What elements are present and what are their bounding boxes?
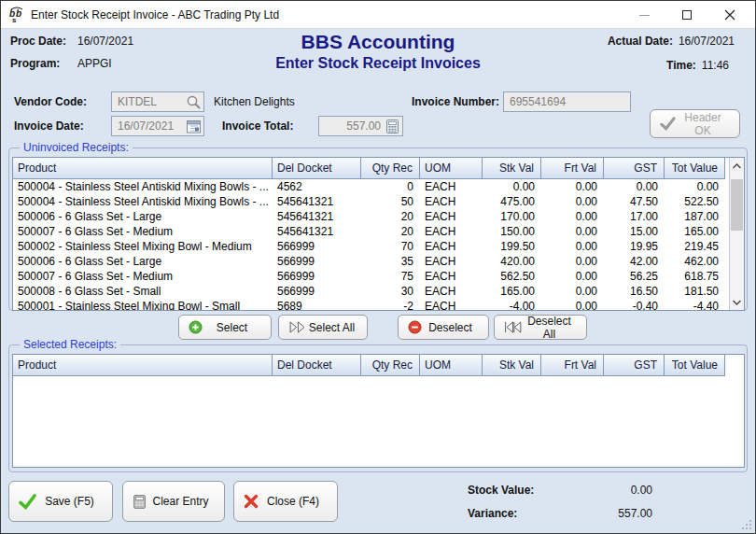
column-header-frt_val[interactable]: Frt Val bbox=[541, 158, 604, 179]
table-row[interactable]: 500007 - 6 Glass Set - Medium56699975EAC… bbox=[13, 269, 729, 284]
save-check-icon bbox=[19, 494, 36, 510]
cell-qty_rec: 75 bbox=[361, 269, 420, 284]
calendar-icon[interactable] bbox=[186, 119, 202, 134]
close-button[interactable]: Close (F4) bbox=[233, 481, 338, 522]
select-button[interactable]: Select bbox=[178, 315, 272, 340]
window-title: Enter Stock Receipt Invoice - ABC Tradin… bbox=[31, 8, 279, 21]
cell-del_docket: 566999 bbox=[273, 254, 361, 269]
header-ok-button[interactable]: Header OK bbox=[650, 109, 740, 138]
scroll-down-arrow-icon[interactable] bbox=[730, 294, 744, 310]
scroll-up-arrow-icon[interactable] bbox=[730, 158, 744, 174]
close-icon bbox=[724, 9, 735, 21]
table-row[interactable]: 500008 - 6 Glass Set - Small56699930EACH… bbox=[13, 284, 729, 299]
vendor-search-icon[interactable] bbox=[186, 94, 202, 110]
cell-product: 500002 - Stainless Steel Mixing Bowl - M… bbox=[13, 239, 273, 254]
selected-title: Selected Receipts: bbox=[20, 338, 120, 351]
save-button[interactable]: Save (F5) bbox=[8, 481, 113, 522]
title-bar[interactable]: b b s Enter Stock Receipt Invoice - ABC … bbox=[1, 1, 755, 29]
cell-product: 500008 - 6 Glass Set - Small bbox=[13, 284, 273, 299]
column-header-frt_val[interactable]: Frt Val bbox=[541, 355, 604, 376]
clear-entry-label: Clear Entry bbox=[147, 495, 224, 508]
cell-frt_val: 0.00 bbox=[541, 284, 604, 299]
cell-stk_val: 562.50 bbox=[483, 269, 541, 284]
cell-del_docket: 545641321 bbox=[273, 224, 361, 239]
header-ok-check-icon bbox=[660, 117, 676, 131]
column-header-qty_rec[interactable]: Qty Rec bbox=[361, 158, 420, 179]
cell-uom: EACH bbox=[420, 209, 483, 224]
scrollbar-thumb[interactable] bbox=[731, 179, 743, 231]
calculator-icon[interactable] bbox=[385, 119, 400, 134]
cell-gst: 16.50 bbox=[604, 284, 665, 299]
deselect-all-button[interactable]: Deselect All bbox=[494, 315, 587, 340]
cell-product: 500004 - Stainless Steel Antiskid Mixing… bbox=[13, 179, 273, 194]
minus-circle-icon bbox=[408, 320, 422, 334]
column-header-gst[interactable]: GST bbox=[604, 158, 665, 179]
table-row[interactable]: 500004 - Stainless Steel Antiskid Mixing… bbox=[13, 179, 729, 194]
maximize-button[interactable] bbox=[665, 1, 708, 29]
table-row[interactable]: 500004 - Stainless Steel Antiskid Mixing… bbox=[13, 194, 729, 209]
cell-uom: EACH bbox=[420, 179, 483, 194]
cell-del_docket: 566999 bbox=[273, 269, 361, 284]
invoice-total-value: 557.00 bbox=[319, 119, 385, 133]
table-row[interactable]: 500007 - 6 Glass Set - Medium54564132120… bbox=[13, 224, 729, 239]
resize-grip[interactable] bbox=[741, 519, 752, 530]
cell-qty_rec: 20 bbox=[361, 209, 420, 224]
column-header-product[interactable]: Product bbox=[13, 355, 273, 376]
cell-stk_val: 475.00 bbox=[483, 194, 541, 209]
clear-calculator-icon bbox=[133, 494, 147, 510]
cell-stk_val: 420.00 bbox=[483, 254, 541, 269]
column-header-stk_val[interactable]: Stk Val bbox=[483, 355, 541, 376]
invoice-date-field[interactable]: 16/07/2021 bbox=[111, 116, 204, 136]
cell-gst: 19.95 bbox=[604, 239, 665, 254]
invoice-number-label: Invoice Number: bbox=[412, 95, 499, 108]
invoice-number-field[interactable]: 695541694 bbox=[503, 91, 631, 112]
invoice-date-label: Invoice Date: bbox=[14, 119, 84, 133]
vendor-code-field[interactable]: KITDEL bbox=[111, 91, 204, 112]
column-header-stk_val[interactable]: Stk Val bbox=[483, 158, 541, 179]
cell-gst: 0.00 bbox=[604, 179, 665, 194]
cell-frt_val: 0.00 bbox=[541, 224, 604, 239]
maximize-icon bbox=[682, 10, 692, 20]
deselect-label: Deselect bbox=[422, 321, 488, 334]
table-row[interactable]: 500006 - 6 Glass Set - Large54564132120E… bbox=[13, 209, 729, 224]
column-header-uom[interactable]: UOM bbox=[420, 158, 483, 179]
uninvoiced-scrollbar[interactable] bbox=[729, 158, 744, 310]
column-header-del_docket[interactable]: Del Docket bbox=[273, 355, 361, 376]
cell-qty_rec: 20 bbox=[361, 224, 420, 239]
time-value: 11:46 bbox=[702, 59, 729, 72]
table-row[interactable]: 500006 - 6 Glass Set - Large56699935EACH… bbox=[13, 254, 729, 269]
column-header-tot_value[interactable]: Tot Value bbox=[665, 355, 725, 376]
column-header-tot_value[interactable]: Tot Value bbox=[665, 158, 725, 179]
selected-table-header: ProductDel DocketQty RecUOMStk ValFrt Va… bbox=[13, 355, 725, 376]
close-window-button[interactable] bbox=[708, 1, 751, 29]
table-row[interactable]: 500002 - Stainless Steel Mixing Bowl - M… bbox=[13, 239, 729, 254]
cell-uom: EACH bbox=[420, 194, 483, 209]
actual-date-line: Actual Date: 16/07/2021 bbox=[608, 35, 735, 48]
select-label: Select bbox=[203, 321, 271, 334]
column-header-qty_rec[interactable]: Qty Rec bbox=[361, 355, 420, 376]
deselect-button[interactable]: Deselect bbox=[398, 315, 489, 340]
cell-stk_val: 199.50 bbox=[483, 239, 541, 254]
cell-gst: 56.25 bbox=[604, 269, 665, 284]
cell-frt_val: 0.00 bbox=[541, 299, 604, 310]
cell-uom: EACH bbox=[420, 224, 483, 239]
clear-entry-button[interactable]: Clear Entry bbox=[122, 481, 225, 522]
cell-del_docket: 566999 bbox=[273, 284, 361, 299]
actual-date-value: 16/07/2021 bbox=[679, 35, 735, 48]
selected-table-body bbox=[13, 376, 744, 467]
cell-product: 500007 - 6 Glass Set - Medium bbox=[13, 224, 273, 239]
save-label: Save (F5) bbox=[36, 495, 112, 508]
cell-del_docket: 566999 bbox=[273, 239, 361, 254]
column-header-gst[interactable]: GST bbox=[604, 355, 665, 376]
cell-uom: EACH bbox=[420, 239, 483, 254]
column-header-product[interactable]: Product bbox=[13, 158, 273, 179]
invoice-total-field[interactable]: 557.00 bbox=[318, 116, 403, 136]
cell-uom: EACH bbox=[420, 269, 483, 284]
minimize-button[interactable] bbox=[623, 1, 665, 29]
column-header-uom[interactable]: UOM bbox=[420, 355, 483, 376]
select-all-button[interactable]: Select All bbox=[278, 315, 368, 340]
cell-stk_val: -4.00 bbox=[483, 299, 541, 310]
close-x-icon bbox=[244, 494, 259, 509]
table-row[interactable]: 500001 - Stainless Steel Mixing Bowl - S… bbox=[13, 299, 729, 310]
column-header-del_docket[interactable]: Del Docket bbox=[273, 158, 361, 179]
